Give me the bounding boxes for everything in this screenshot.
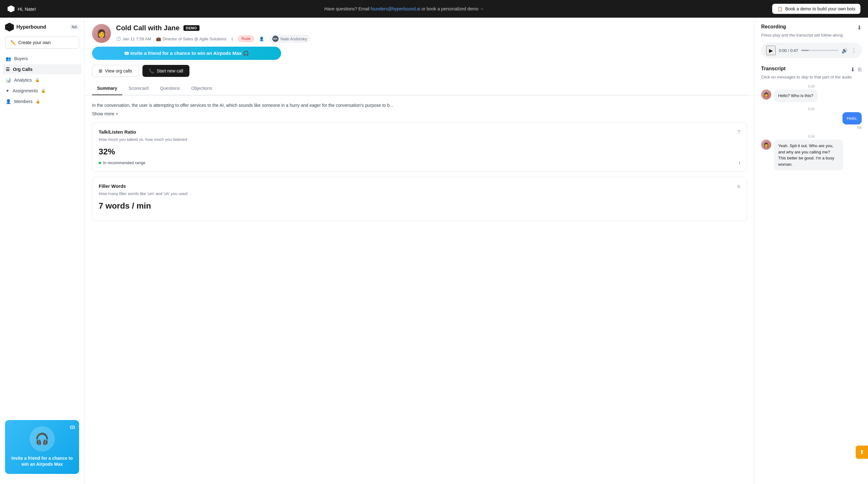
sidebar-logo-icon xyxy=(5,23,14,32)
sidebar-brand-name: Hyperbound xyxy=(17,24,46,30)
recording-section: Recording ⬇ Press play and the transcrip… xyxy=(761,24,862,58)
transcript-copy-button[interactable]: ⎘ xyxy=(858,66,862,73)
float-icon: ⬆ xyxy=(860,449,864,455)
metric-value-talk-listen: 32% xyxy=(99,147,740,157)
msg-sender-label-1: NA xyxy=(761,126,862,130)
recording-title: Recording xyxy=(761,24,786,30)
grid-icon: ⊞ xyxy=(99,68,102,73)
question-text: Have questions? Email xyxy=(324,6,371,11)
persona-badge: Rude xyxy=(238,36,254,42)
book-demo-button[interactable]: 📋 Book a demo to build your own bots xyxy=(772,4,861,14)
tab-scorecard[interactable]: Scorecard xyxy=(124,83,154,95)
transcript-message-1: 0:02 Hello, NA xyxy=(761,107,862,130)
topbar-right: 📋 Book a demo to build your own bots xyxy=(772,4,861,14)
msg-time-1: 0:02 xyxy=(761,107,862,111)
audio-progress-bar[interactable] xyxy=(801,50,838,51)
start-new-call-button[interactable]: 📞 Start new call xyxy=(143,65,189,77)
call-tabs: Summary Scorecard Questions Objections xyxy=(92,82,747,95)
founders-email-link[interactable]: founders@hyperbound.ai xyxy=(371,6,420,11)
metric-info-icon-talk-listen[interactable]: ? xyxy=(737,129,740,136)
sidebar-item-buyers[interactable]: 👥 Buyers xyxy=(2,54,82,64)
sidebar-item-assignments[interactable]: ✦ Assignments 🔒 xyxy=(2,86,82,96)
tab-objections[interactable]: Objections xyxy=(186,83,217,95)
sidebar-item-org-calls[interactable]: ☰ Org Calls xyxy=(2,64,82,74)
phone-icon: 📞 xyxy=(149,68,154,73)
ticket-icon: 🎟 xyxy=(70,424,75,430)
call-title-row: 👩 Cold Call with Jane DEMO 🕐 Jan 11 7:59… xyxy=(92,24,747,43)
call-info: Cold Call with Jane DEMO 🕐 Jan 11 7:59 A… xyxy=(116,24,747,43)
members-icon: 👤 xyxy=(6,99,11,104)
metric-card-talk-listen: Talk/Listen Ratio ? How much you talked … xyxy=(92,123,747,172)
topbar-left: Hi, Nate! xyxy=(7,5,36,12)
topbar: Hi, Nate! Have questions? Email founders… xyxy=(0,0,868,18)
float-action-button[interactable]: ⬆ xyxy=(856,446,868,459)
tab-questions[interactable]: Questions xyxy=(155,83,185,95)
transcript-message-0: 0:00 👩 Hello? Who is this? xyxy=(761,85,862,102)
volume-icon[interactable]: 🔊 xyxy=(841,47,848,54)
sidebar-brand: Hyperbound NA xyxy=(0,23,84,37)
sidebar-user-badge: NA xyxy=(70,24,79,30)
jane-avatar-2: 👩 xyxy=(761,139,771,150)
call-date: 🕐 Jan 11 7:59 AM xyxy=(116,37,151,41)
metric-value-filler-words: 7 words / min xyxy=(99,201,740,211)
msg-row-1[interactable]: Hello, xyxy=(761,112,862,125)
jane-avatar-0: 👩 xyxy=(761,90,771,100)
sidebar-item-assignments-label: Assignments xyxy=(12,88,38,93)
show-more-button[interactable]: Show more + xyxy=(92,111,747,116)
transcript-title: Transcript xyxy=(761,66,785,71)
invite-banner[interactable]: 🎟 Invite a friend for a chance to win an… xyxy=(92,46,281,60)
play-button[interactable]: ▶ xyxy=(766,46,776,55)
analytics-lock-icon: 🔒 xyxy=(35,78,40,82)
metric-list-icon-filler-words[interactable]: ≡ xyxy=(737,183,740,190)
sidebar-nav: 👥 Buyers ☰ Org Calls 📊 Analytics 🔒 ✦ Ass… xyxy=(0,54,84,106)
msg-row-2[interactable]: 👩 Yeah. Spit it out. Who are you, and wh… xyxy=(761,139,862,170)
msg-bubble-2: Yeah. Spit it out. Who are you, and why … xyxy=(774,139,843,170)
msg-row-0[interactable]: 👩 Hello? Who is this? xyxy=(761,90,862,102)
user-avatar-initials: NA xyxy=(272,36,279,42)
sidebar-item-members-label: Members xyxy=(14,99,32,104)
status-info-icon[interactable]: ℹ xyxy=(739,160,740,165)
view-org-calls-button[interactable]: ⊞ View org calls xyxy=(92,65,139,77)
call-meta: 🕐 Jan 11 7:59 AM 💼 Director of Sales @ A… xyxy=(116,35,747,43)
metric-title-filler-words: Filler Words xyxy=(99,183,126,189)
metric-desc-filler-words: How many filler words like 'um' and 'uh'… xyxy=(99,191,740,196)
tab-summary[interactable]: Summary xyxy=(92,83,122,95)
summary-text: In the conversation, the user is attempt… xyxy=(92,102,747,109)
main-layout: Hyperbound NA ✏️ Create your own 👥 Buyer… xyxy=(0,18,868,484)
more-options-icon[interactable]: ⋮ xyxy=(851,47,857,54)
metric-title-talk-listen: Talk/Listen Ratio xyxy=(99,129,136,134)
right-panel: Recording ⬇ Press play and the transcrip… xyxy=(754,18,868,484)
assignments-lock-icon: 🔒 xyxy=(41,89,46,93)
current-time: 0:00 / 0:47 xyxy=(779,48,798,53)
person-icon: 👤 xyxy=(259,37,264,41)
calendar-icon: 📋 xyxy=(777,6,783,11)
greeting-text: Hi, Nate! xyxy=(18,6,36,12)
user-badge: NA Nate Andorsky xyxy=(269,35,310,43)
call-header: 👩 Cold Call with Jane DEMO 🕐 Jan 11 7:59… xyxy=(85,18,754,95)
call-demo-badge: DEMO xyxy=(183,25,199,31)
sidebar-item-org-calls-label: Org Calls xyxy=(13,67,32,72)
action-buttons: ⊞ View org calls 📞 Start new call xyxy=(92,65,747,77)
transcript-download-button[interactable]: ⬇ xyxy=(850,66,855,73)
transcript-actions: ⬇ ⎘ xyxy=(850,66,862,73)
metric-status-talk-listen: In recommended range ℹ xyxy=(99,160,740,165)
pencil-icon: ✏️ xyxy=(10,40,16,45)
transcript-message-2: 0:04 👩 Yeah. Spit it out. Who are you, a… xyxy=(761,134,862,170)
create-your-own-button[interactable]: ✏️ Create your own xyxy=(5,37,79,49)
main-content: 👩 Cold Call with Jane DEMO 🕐 Jan 11 7:59… xyxy=(85,18,754,484)
recording-download-button[interactable]: ⬇ xyxy=(857,24,862,31)
sidebar-item-buyers-label: Buyers xyxy=(14,56,28,61)
sidebar-item-analytics[interactable]: 📊 Analytics 🔒 xyxy=(2,75,82,85)
transcript-subtitle: Click on messages to skip to that part o… xyxy=(761,75,862,79)
org-calls-icon: ☰ xyxy=(6,67,10,72)
call-avatar: 👩 xyxy=(92,24,111,43)
members-lock-icon: 🔒 xyxy=(36,99,40,104)
sidebar-item-members[interactable]: 👤 Members 🔒 xyxy=(2,96,82,106)
sidebar-item-analytics-label: Analytics xyxy=(14,77,32,83)
analytics-icon: 📊 xyxy=(6,77,11,83)
transcript-messages: 0:00 👩 Hello? Who is this? 0:02 Hello, N… xyxy=(761,85,862,170)
msg-time-0: 0:00 xyxy=(761,85,862,88)
call-name-row: Cold Call with Jane DEMO xyxy=(116,24,747,32)
promo-card[interactable]: 🎟 🎧 Invite a friend for a chance to win … xyxy=(5,420,79,474)
info-icon: ℹ xyxy=(231,37,233,41)
